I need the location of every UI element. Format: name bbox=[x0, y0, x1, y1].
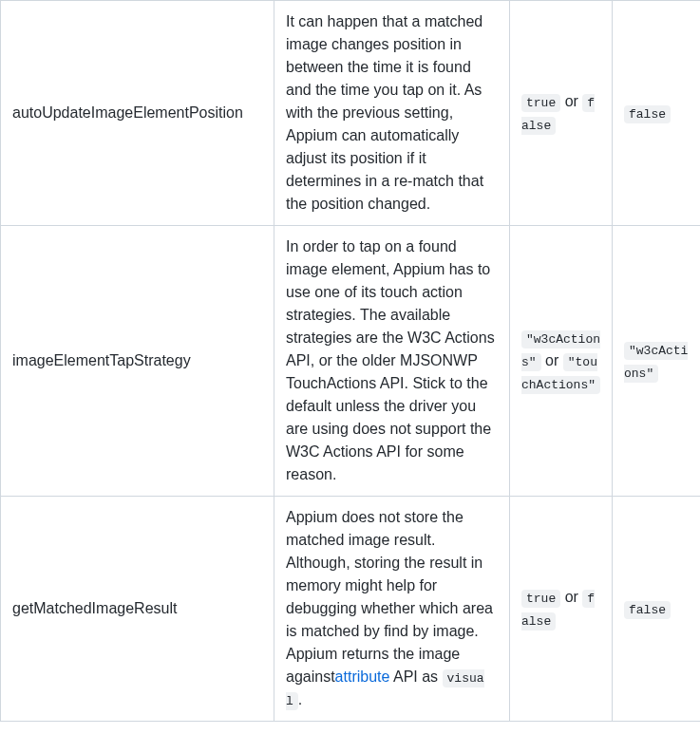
desc-part: Appium does not store the matched image … bbox=[286, 509, 493, 685]
setting-name: imageElementTapStrategy bbox=[12, 352, 191, 368]
code-value: true bbox=[521, 590, 560, 608]
code-value: false bbox=[624, 601, 671, 619]
setting-description: It can happen that a matched image chang… bbox=[286, 13, 483, 212]
code-value: "w3cActions" bbox=[624, 342, 688, 383]
setting-possible-values-cell: true or false bbox=[510, 497, 613, 722]
setting-name-cell: getMatchedImageResult bbox=[1, 497, 274, 722]
settings-table: autoUpdateImageElementPosition It can ha… bbox=[0, 0, 700, 722]
setting-description-cell: In order to tap on a found image element… bbox=[274, 226, 510, 497]
setting-possible-values-cell: true or false bbox=[510, 1, 613, 226]
setting-name: getMatchedImageResult bbox=[12, 600, 177, 616]
separator-text: or bbox=[541, 352, 563, 368]
setting-default-cell: "w3cActions" bbox=[613, 226, 701, 497]
setting-default-cell: false bbox=[613, 1, 701, 226]
attribute-link[interactable]: attribute bbox=[335, 668, 390, 685]
setting-possible-values-cell: "w3cActions" or "touchActions" bbox=[510, 226, 613, 497]
desc-part: API as bbox=[389, 668, 442, 685]
table-row: getMatchedImageResult Appium does not st… bbox=[1, 497, 701, 722]
separator-text: or bbox=[560, 93, 582, 109]
setting-description-cell: It can happen that a matched image chang… bbox=[274, 1, 510, 226]
code-value: true bbox=[521, 94, 560, 112]
setting-name: autoUpdateImageElementPosition bbox=[12, 104, 243, 121]
desc-part: . bbox=[298, 691, 302, 707]
setting-name-cell: imageElementTapStrategy bbox=[1, 226, 274, 497]
code-value: false bbox=[624, 105, 671, 123]
separator-text: or bbox=[560, 589, 582, 605]
table-row: imageElementTapStrategy In order to tap … bbox=[1, 226, 701, 497]
setting-description: In order to tap on a found image element… bbox=[286, 238, 495, 482]
setting-name-cell: autoUpdateImageElementPosition bbox=[1, 1, 274, 226]
table-row: autoUpdateImageElementPosition It can ha… bbox=[1, 1, 701, 226]
setting-description-cell: Appium does not store the matched image … bbox=[274, 497, 510, 722]
setting-default-cell: false bbox=[613, 497, 701, 722]
